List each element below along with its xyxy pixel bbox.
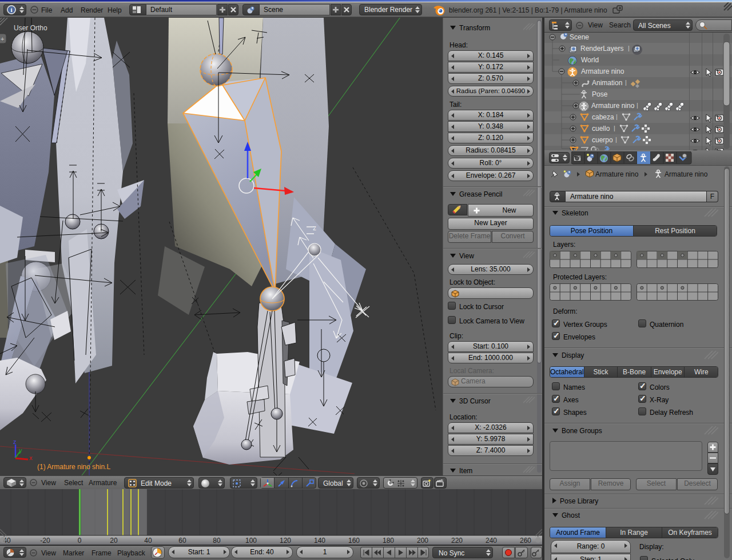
svg-text:|: | [615, 136, 617, 143]
svg-text:220: 220 [451, 537, 463, 545]
svg-text:World: World [581, 56, 599, 64]
svg-text:20: 20 [110, 537, 118, 545]
svg-text:|: | [628, 45, 630, 51]
svg-text:0: 0 [78, 537, 82, 545]
svg-text:x: x [29, 454, 33, 461]
svg-text:|: | [636, 102, 638, 109]
svg-text:140: 140 [314, 537, 325, 545]
svg-text:cuerpo: cuerpo [592, 136, 613, 144]
svg-text:|: | [625, 79, 627, 86]
svg-text:User Ortho: User Ortho [14, 24, 47, 32]
svg-text:Scene: Scene [570, 33, 589, 41]
svg-text:|: | [614, 125, 615, 131]
svg-text:Armature nino: Armature nino [665, 170, 708, 178]
svg-text:180: 180 [383, 537, 394, 545]
svg-text:cuello: cuello [592, 125, 610, 133]
svg-text:-20: -20 [40, 537, 50, 545]
svg-text:z: z [13, 438, 17, 445]
svg-text:60: 60 [178, 537, 186, 545]
svg-text:(1) Armature nino shin.L: (1) Armature nino shin.L [37, 463, 110, 471]
svg-text:Armature nino: Armature nino [581, 67, 624, 75]
svg-text:Armature nino: Armature nino [591, 102, 635, 110]
svg-text:Pose: Pose [592, 90, 608, 98]
svg-text:RenderLayers: RenderLayers [580, 45, 623, 53]
svg-text:260: 260 [520, 537, 531, 545]
svg-text:cabeza: cabeza [592, 113, 614, 121]
svg-text:100: 100 [245, 537, 257, 545]
svg-text:Animation: Animation [592, 79, 622, 87]
svg-text:Armature nino: Armature nino [595, 170, 639, 178]
svg-text:40: 40 [144, 537, 152, 545]
svg-text:160: 160 [348, 537, 360, 545]
svg-text:|: | [616, 113, 618, 120]
svg-text:+: + [1, 35, 4, 42]
svg-text:200: 200 [417, 537, 428, 545]
svg-text:i: i [10, 6, 12, 13]
svg-text:120: 120 [280, 537, 291, 545]
svg-text:80: 80 [213, 537, 221, 545]
svg-text:y: y [19, 447, 22, 454]
svg-text:z: z [313, 224, 316, 232]
svg-text:240: 240 [486, 537, 497, 545]
